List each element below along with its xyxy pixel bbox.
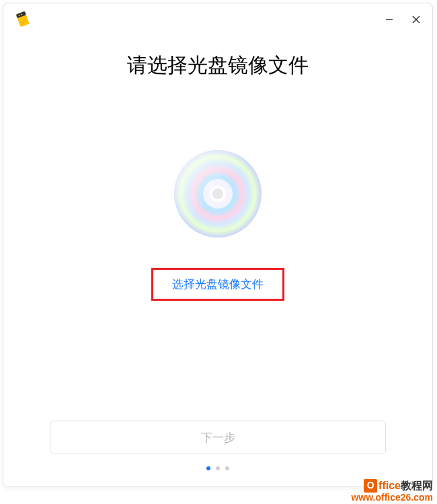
app-icon: [14, 10, 33, 29]
footer: 下一步: [3, 421, 432, 470]
disc-icon: [171, 147, 265, 241]
watermark-title: O ffice教程网: [351, 479, 433, 493]
watermark-url: www.office26.com: [351, 493, 433, 503]
watermark: O ffice教程网 www.office26.com: [351, 479, 433, 503]
step-indicator: [206, 466, 229, 470]
next-button[interactable]: 下一步: [50, 421, 386, 454]
step-dot-1: [206, 466, 210, 470]
svg-point-11: [212, 188, 223, 199]
app-window: 请选择光盘镜像文件: [3, 3, 433, 487]
page-title: 请选择光盘镜像文件: [3, 52, 432, 79]
step-dot-3: [225, 466, 229, 470]
watermark-logo-icon: O: [364, 479, 377, 493]
minimize-button[interactable]: [384, 14, 395, 25]
content-area: 选择光盘镜像文件: [3, 147, 432, 301]
select-file-highlight: 选择光盘镜像文件: [151, 268, 284, 301]
step-dot-2: [216, 466, 220, 470]
titlebar: [3, 3, 432, 36]
select-file-link[interactable]: 选择光盘镜像文件: [172, 278, 264, 291]
window-controls: [384, 14, 422, 25]
close-button[interactable]: [411, 14, 422, 25]
